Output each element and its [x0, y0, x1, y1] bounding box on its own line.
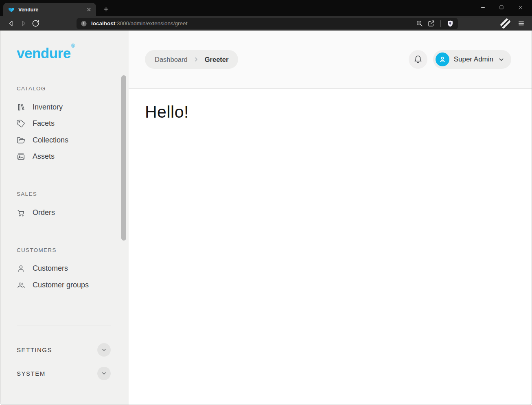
sidebar-item-assets[interactable]: Assets	[17, 149, 111, 165]
sidebar-item-label: Orders	[33, 208, 55, 217]
cart-icon	[17, 208, 25, 217]
bell-icon	[414, 55, 423, 64]
sidebar-item-customer-groups[interactable]: Customer groups	[17, 277, 111, 293]
vendure-logo[interactable]: vendure®	[17, 46, 111, 60]
user-avatar	[436, 53, 449, 66]
sidebar-section-system[interactable]: SYSTEM	[17, 366, 111, 381]
sidebar-scrollbar[interactable]	[121, 75, 126, 241]
section-label-customers: CUSTOMERS	[17, 247, 111, 253]
browser-toolbar: localhost:3000/admin/extensions/greet	[0, 16, 532, 31]
sidebar-item-customers[interactable]: Customers	[17, 261, 111, 277]
tag-icon	[17, 119, 25, 128]
toolbar-separator	[440, 20, 441, 27]
window-controls	[473, 2, 530, 13]
page-viewport: vendure® CATALOG Inventory Facets	[0, 31, 532, 405]
profile-avatar-icon[interactable]	[500, 18, 511, 29]
page-content: Hello!	[129, 89, 532, 405]
user-menu[interactable]: Super Admin	[433, 50, 511, 69]
sidebar-item-label: Assets	[33, 152, 55, 161]
sidebar-item-facets[interactable]: Facets	[17, 116, 111, 132]
folder-icon	[17, 136, 25, 144]
url-path: :3000/admin/extensions/greet	[115, 20, 187, 26]
browser-window: Vendure	[0, 0, 532, 405]
registered-mark: ®	[71, 43, 74, 49]
sidebar-item-label: Collections	[33, 136, 68, 144]
page-header: Dashboard Greeter Super Admin	[129, 31, 532, 89]
tab-close-icon[interactable]	[85, 6, 93, 14]
url-host: localhost	[91, 20, 115, 26]
breadcrumb: Dashboard Greeter	[145, 50, 238, 69]
breadcrumb-dashboard[interactable]: Dashboard	[155, 56, 188, 63]
back-icon[interactable]	[6, 18, 16, 29]
refresh-icon[interactable]	[30, 18, 41, 29]
minimize-icon[interactable]	[473, 2, 492, 13]
site-info-icon[interactable]	[81, 20, 87, 27]
close-icon[interactable]	[511, 2, 530, 13]
main-area: Dashboard Greeter Super Admin	[129, 31, 532, 405]
image-icon	[17, 152, 25, 161]
chevron-down-icon[interactable]	[97, 367, 111, 380]
library-icon	[17, 103, 25, 112]
section-label-system: SYSTEM	[17, 370, 46, 377]
vendure-heart-icon	[8, 7, 15, 13]
users-icon	[17, 281, 25, 289]
section-label-settings: SETTINGS	[17, 346, 52, 353]
page-title: Hello!	[145, 103, 515, 122]
url-text: localhost:3000/admin/extensions/greet	[91, 20, 412, 26]
share-icon[interactable]	[427, 20, 435, 27]
new-tab-icon[interactable]	[100, 3, 112, 15]
sidebar-item-collections[interactable]: Collections	[17, 132, 111, 149]
user-icon	[17, 264, 25, 273]
tab-title: Vendure	[18, 7, 81, 13]
browser-tab-vendure[interactable]: Vendure	[3, 3, 96, 16]
section-label-catalog: CATALOG	[17, 85, 111, 92]
sidebar-item-label: Customers	[33, 264, 68, 273]
maximize-icon[interactable]	[492, 2, 511, 13]
sidebar-item-orders[interactable]: Orders	[17, 204, 111, 221]
forward-icon[interactable]	[18, 18, 28, 29]
breadcrumb-greeter: Greeter	[205, 56, 229, 63]
section-label-sales: SALES	[17, 191, 111, 197]
sidebar-item-inventory[interactable]: Inventory	[17, 99, 111, 116]
address-bar[interactable]: localhost:3000/admin/extensions/greet	[77, 18, 458, 29]
sidebar-item-label: Facets	[33, 119, 55, 128]
notifications-button[interactable]	[409, 50, 427, 69]
sidebar-section-settings[interactable]: SETTINGS	[17, 342, 111, 358]
user-name: Super Admin	[454, 55, 493, 63]
menu-icon[interactable]	[516, 18, 526, 29]
chevron-down-icon	[498, 56, 505, 63]
sidebar: vendure® CATALOG Inventory Facets	[0, 31, 129, 405]
person-icon	[438, 55, 447, 63]
tab-bar: Vendure	[0, 0, 532, 16]
sidebar-item-label: Customer groups	[33, 281, 89, 289]
chevron-right-icon	[193, 56, 199, 63]
chevron-down-icon[interactable]	[97, 343, 111, 357]
zoom-icon[interactable]	[416, 20, 423, 27]
sidebar-item-label: Inventory	[33, 103, 63, 112]
sidebar-divider	[17, 326, 111, 326]
brave-shield-icon[interactable]	[447, 20, 454, 27]
